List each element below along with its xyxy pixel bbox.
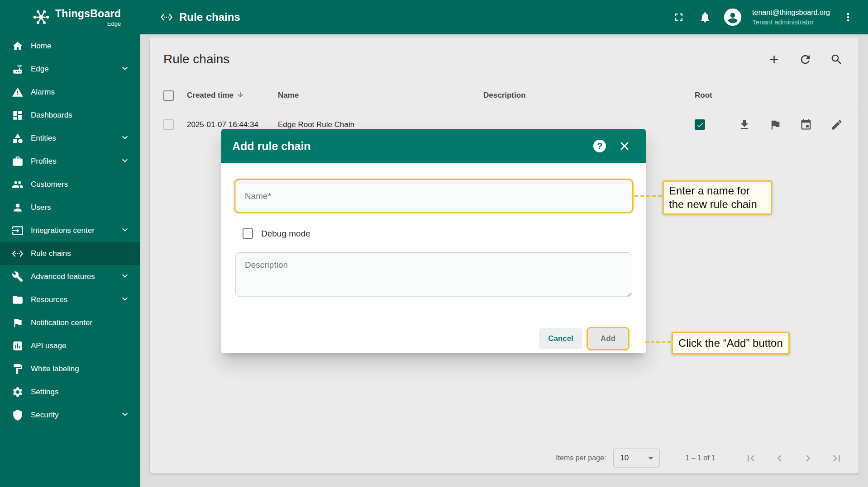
close-dialog-button[interactable] — [616, 137, 633, 155]
sidebar-item-profiles[interactable]: Profiles — [0, 150, 140, 173]
name-hint-callout: Enter a name for the new rule chain — [663, 180, 772, 215]
sidebar-item-white-labeling[interactable]: White labeling — [0, 357, 140, 380]
sidebar-item-label: Alarms — [31, 88, 130, 97]
sidebar-item-home[interactable]: Home — [0, 34, 140, 57]
shield-icon — [12, 409, 24, 421]
fullscreen-icon — [672, 11, 685, 24]
chevron-down-icon — [119, 132, 130, 145]
sidebar-item-users[interactable]: Users — [0, 196, 140, 219]
folder-icon — [12, 294, 24, 306]
paint-icon — [12, 363, 24, 375]
sidebar-item-security[interactable]: Security — [0, 403, 140, 426]
help-button[interactable]: ? — [591, 138, 608, 154]
fullscreen-button[interactable] — [671, 9, 687, 25]
brand-name: ThingsBoard — [55, 8, 121, 20]
sidebar-item-label: Users — [31, 203, 130, 212]
name-hint-connector — [634, 195, 662, 197]
sidebar-item-label: API usage — [31, 341, 130, 350]
gear-icon — [12, 386, 24, 398]
cancel-button[interactable]: Cancel — [539, 328, 582, 349]
logo: ThingsBoard Edge — [0, 0, 140, 34]
help-icon: ? — [593, 140, 606, 152]
sidebar-item-notification-center[interactable]: Notification center — [0, 311, 140, 334]
dialog-footer: Cancel Add — [235, 328, 632, 353]
wrench-icon — [12, 271, 24, 283]
sidebar-item-edge[interactable]: Edge — [0, 57, 140, 80]
input-icon — [12, 225, 24, 236]
sidebar-item-label: Customers — [31, 180, 130, 189]
sidebar-item-resources[interactable]: Resources — [0, 288, 140, 311]
logo-text: ThingsBoard Edge — [55, 8, 121, 27]
home-icon — [12, 40, 24, 52]
flag-icon — [12, 317, 24, 329]
sidebar-item-label: Rule chains — [31, 249, 130, 258]
sidebar-item-dashboards[interactable]: Dashboards — [0, 104, 140, 127]
add-hint-connector — [645, 341, 671, 343]
chart-icon — [12, 340, 24, 352]
dialog-header: Add rule chain ? — [221, 129, 646, 163]
user-role: Tenant administrator — [752, 18, 830, 27]
avatar[interactable] — [723, 8, 742, 27]
user-email: tenant@thingsboard.org — [752, 8, 830, 18]
debug-mode-checkbox[interactable] — [243, 228, 253, 239]
sidebar-item-label: Security — [31, 411, 119, 420]
chevron-down-icon — [119, 63, 130, 76]
rule-chains-icon — [12, 248, 24, 260]
sidebar-item-integrations-center[interactable]: Integrations center — [0, 219, 140, 242]
sidebar-item-label: Dashboards — [31, 111, 130, 120]
sidebar: ThingsBoard Edge Home Edge Alarms Dashbo… — [0, 0, 140, 487]
people-icon — [12, 179, 24, 190]
sidebar-item-entities[interactable]: Entities — [0, 127, 140, 150]
notifications-button[interactable] — [697, 9, 713, 25]
category-icon — [12, 132, 24, 144]
debug-mode-label: Debug mode — [261, 229, 310, 239]
more-menu-button[interactable] — [840, 9, 856, 25]
briefcase-icon — [12, 156, 24, 167]
sidebar-nav: Home Edge Alarms Dashboards Entities — [0, 34, 140, 426]
add-button[interactable]: Add — [588, 328, 628, 349]
sidebar-item-settings[interactable]: Settings — [0, 380, 140, 403]
thingsboard-logo-icon — [32, 8, 51, 27]
sidebar-item-label: Resources — [31, 295, 119, 304]
chevron-down-icon — [119, 270, 130, 283]
sidebar-item-label: Settings — [31, 388, 130, 397]
dashboards-icon — [12, 109, 24, 121]
sidebar-item-rule-chains[interactable]: Rule chains — [0, 242, 140, 265]
name-input[interactable] — [245, 191, 623, 201]
bell-icon — [699, 11, 711, 24]
dialog-title: Add rule chain — [232, 140, 591, 153]
sidebar-item-advanced-features[interactable]: Advanced features — [0, 265, 140, 288]
add-hint-callout: Click the “Add” button — [672, 332, 790, 355]
kebab-icon — [842, 11, 854, 24]
user-info: tenant@thingsboard.org Tenant administra… — [752, 8, 830, 26]
sidebar-item-label: Integrations center — [31, 226, 119, 235]
description-field — [235, 252, 632, 298]
chevron-down-icon — [119, 224, 130, 237]
rule-chains-icon — [160, 11, 173, 24]
sidebar-item-customers[interactable]: Customers — [0, 173, 140, 196]
sidebar-item-label: White labeling — [31, 364, 130, 374]
name-field — [235, 180, 632, 212]
description-input[interactable] — [235, 252, 632, 297]
router-icon — [12, 63, 24, 75]
debug-mode-row: Debug mode — [235, 228, 632, 239]
sidebar-item-api-usage[interactable]: API usage — [0, 334, 140, 357]
sidebar-item-label: Edge — [31, 65, 119, 74]
dialog-body: Debug mode Cancel Add — [221, 163, 646, 353]
sidebar-item-alarms[interactable]: Alarms — [0, 80, 140, 104]
person-icon — [12, 202, 24, 213]
chevron-down-icon — [119, 409, 130, 421]
sidebar-item-label: Advanced features — [31, 272, 119, 281]
chevron-down-icon — [119, 155, 130, 168]
page-title: Rule chains — [179, 11, 240, 24]
close-icon — [618, 139, 631, 153]
brand-sub: Edge — [107, 20, 121, 27]
topbar: Rule chains tenant@thingsboard.org — [140, 0, 868, 34]
sidebar-item-label: Home — [31, 42, 130, 51]
chevron-down-icon — [119, 293, 130, 306]
add-rule-chain-dialog: Add rule chain ? Debug mode Cancel Add — [221, 129, 646, 353]
sidebar-item-label: Entities — [31, 134, 119, 143]
sidebar-item-label: Notification center — [31, 318, 130, 327]
warning-icon — [12, 86, 24, 98]
sidebar-item-label: Profiles — [31, 157, 119, 166]
